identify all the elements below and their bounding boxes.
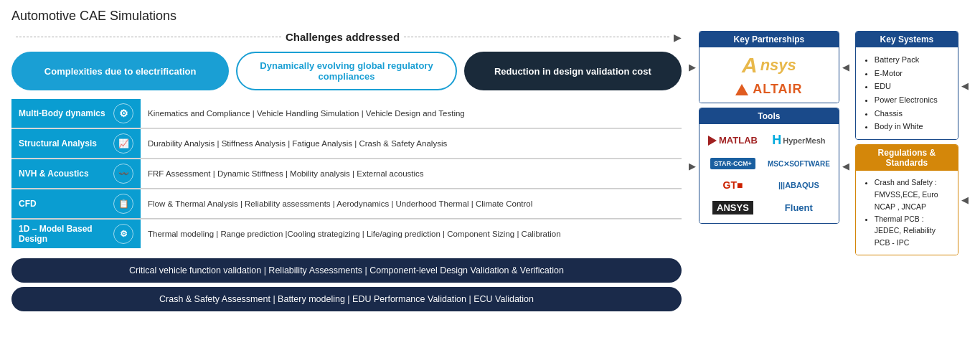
tool-fluent: Fluent (765, 198, 833, 217)
key-system-emotor: E-Motor (875, 67, 951, 80)
left-center-section: Challenges addressed ▶ Complexities due … (11, 31, 682, 311)
partnerships-panel: Key Partnerships A nsys ALT (699, 31, 839, 103)
banner-1: Critical vehicle function validation | R… (11, 258, 682, 283)
right-section: ▶ Key Partnerships A nsys (689, 31, 969, 255)
cat-row-cfd: CFD 📋 Flow & Thermal Analysis | Reliabil… (11, 189, 682, 219)
ansys-tool-text: ANSYS (712, 201, 753, 214)
page-title: Automotive CAE Simulations (11, 9, 969, 24)
key-systems-header: Key Systems (856, 32, 958, 47)
regulations-panel: Regulations & Standards Crash and Safety… (855, 144, 958, 255)
cat-row-mbd: Multi-Body dynamics ⚙ Kinematics and Com… (11, 99, 682, 128)
challenges-title: Challenges addressed (286, 31, 400, 43)
regulations-header: Regulations & Standards (856, 145, 958, 171)
bottom-banners: Critical vehicle function validation | R… (11, 258, 682, 311)
key-system-power: Power Electronics (875, 93, 951, 107)
msc-text: MSC✕SOFTWARE (768, 160, 830, 168)
partnerships-tools-col: ▶ Key Partnerships A nsys (689, 31, 849, 224)
arrow-left-partnerships: ▶ (689, 62, 696, 72)
arrow-left-key-systems: ◀ (961, 80, 969, 91)
altair-triangle-icon (735, 84, 748, 95)
key-systems-list: Battery Pack E-Motor EDU Power Electroni… (863, 53, 951, 133)
cat-label-1d: 1D – Model Based Design ⚙ (11, 220, 141, 248)
cat-label-nvh: NVH & Acoustics 〰️ (11, 159, 141, 188)
tools-panel: Tools MATLAB (699, 108, 839, 224)
tool-starccm: STAR-CCM+ (705, 155, 760, 172)
cat-label-text-structural: Structural Analysis (19, 138, 109, 148)
partnerships-header: Key Partnerships (699, 32, 839, 47)
right-top-area: ▶ Key Partnerships A nsys (689, 31, 969, 255)
cat-label-mbd: Multi-Body dynamics ⚙ (11, 99, 141, 128)
cat-icon-cfd: 📋 (113, 194, 133, 214)
key-system-biw: Body in White (875, 120, 951, 133)
matlab-arrow-icon (708, 136, 717, 146)
cat-content-mbd: Kinematics and Compliance | Vehicle Hand… (141, 99, 682, 128)
arrow-left-regulations: ◀ (961, 194, 969, 205)
cat-content-1d: Thermal modeling | Range prediction |Coo… (141, 220, 682, 248)
starccm-badge: STAR-CCM+ (710, 158, 755, 169)
cat-icon-structural: 📈 (113, 133, 133, 154)
cat-icon-1d: ⚙ (113, 224, 133, 244)
regulations-body: Crash and Safety : FMVSS,ECE, Euro NCAP … (856, 171, 958, 255)
altair-logo-container: ALTAIR (735, 82, 802, 97)
main-layout: Challenges addressed ▶ Complexities due … (11, 31, 969, 311)
tools-header: Tools (699, 108, 839, 124)
tool-msc: MSC✕SOFTWARE (765, 155, 833, 172)
gt-text: GT■ (723, 179, 743, 191)
key-system-battery: Battery Pack (875, 53, 951, 67)
ansys-logo-container: A nsys (742, 53, 796, 77)
key-system-chassis: Chassis (875, 107, 951, 121)
key-systems-row: Key Systems Battery Pack E-Motor EDU Pow… (855, 31, 969, 140)
cat-content-structural: Durability Analysis | Stiffness Analysis… (141, 129, 682, 158)
tool-gt: GT■ (705, 176, 760, 194)
regulations-row: Regulations & Standards Crash and Safety… (855, 144, 969, 255)
key-system-edu: EDU (875, 80, 951, 93)
arrow-right-tools: ◀ (842, 161, 849, 171)
dashed-line-left (16, 37, 281, 37)
altair-text: ALTAIR (753, 82, 802, 97)
cat-label-structural: Structural Analysis 📈 (11, 129, 141, 158)
tools-row: ▶ Tools MATLAB (689, 108, 849, 224)
pill-validation-cost: Reduction in design validation cost (464, 52, 682, 90)
tools-body: MATLAB H HyperMesh (699, 124, 839, 223)
abaqus-text: |||ABAQUS (778, 181, 819, 189)
banner-2: Crash & Safety Assessment | Battery mode… (11, 287, 682, 311)
arrow-right-partnerships: ◀ (842, 62, 849, 72)
matlab-text: MATLAB (719, 135, 758, 146)
ansys-a-icon: A (742, 53, 758, 77)
key-systems-panel: Key Systems Battery Pack E-Motor EDU Pow… (855, 31, 958, 140)
challenges-header-row: Challenges addressed ▶ (11, 31, 682, 43)
hypermesh-h-icon: H (772, 133, 781, 148)
challenge-pills: Complexities due to electrification Dyna… (11, 52, 682, 90)
cat-content-nvh: FRF Assessment | Dynamic Stiffness | Mob… (141, 159, 682, 188)
key-systems-body: Battery Pack E-Motor EDU Power Electroni… (856, 47, 958, 139)
cat-row-structural: Structural Analysis 📈 Durability Analysi… (11, 128, 682, 159)
arrow-left-tools: ▶ (689, 161, 696, 171)
tool-hypermesh: H HyperMesh (765, 130, 833, 151)
page-container: Automotive CAE Simulations Challenges ad… (0, 0, 980, 319)
categories-table: Multi-Body dynamics ⚙ Kinematics and Com… (11, 99, 682, 248)
cat-label-text-1d: 1D – Model Based Design (19, 224, 109, 244)
dashed-line-right (404, 37, 669, 37)
cat-label-text-mbd: Multi-Body dynamics (19, 108, 109, 118)
cat-label-text-cfd: CFD (19, 199, 109, 209)
pill-regulatory: Dynamically evolving global regulatory c… (236, 52, 456, 90)
tool-matlab: MATLAB (705, 130, 760, 151)
systems-regulations-col: Key Systems Battery Pack E-Motor EDU Pow… (855, 31, 969, 255)
regulation-thermal: Thermal PCB : JEDEC, Reliability PCB - I… (875, 213, 951, 249)
fluent-text: Fluent (785, 202, 813, 213)
partnerships-body: A nsys ALTAIR (699, 47, 839, 103)
partnerships-row: ▶ Key Partnerships A nsys (689, 31, 849, 103)
cat-row-1d: 1D – Model Based Design ⚙ Thermal modeli… (11, 219, 682, 248)
cat-row-nvh: NVH & Acoustics 〰️ FRF Assessment | Dyna… (11, 159, 682, 189)
hypermesh-text: HyperMesh (783, 136, 825, 145)
tool-abaqus: |||ABAQUS (765, 176, 833, 194)
tools-grid: MATLAB H HyperMesh (705, 130, 833, 217)
tool-ansys: ANSYS (705, 198, 760, 217)
regulations-list: Crash and Safety : FMVSS,ECE, Euro NCAP … (863, 176, 951, 249)
regulation-crash: Crash and Safety : FMVSS,ECE, Euro NCAP … (875, 176, 951, 212)
pill-electrification: Complexities due to electrification (11, 52, 229, 90)
cat-label-text-nvh: NVH & Acoustics (19, 169, 109, 179)
cat-content-cfd: Flow & Thermal Analysis | Reliability as… (141, 189, 682, 218)
cat-label-cfd: CFD 📋 (11, 189, 141, 218)
arrow-right-challenges: ▶ (674, 32, 682, 43)
